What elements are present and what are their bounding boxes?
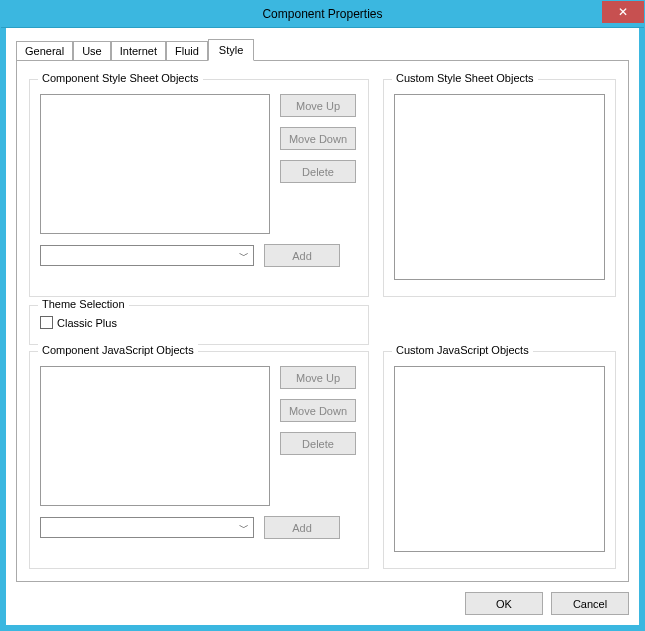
close-icon: ✕	[618, 5, 628, 19]
dialog-window: Component Properties ✕ General Use Inter…	[0, 0, 645, 631]
group-label: Component Style Sheet Objects	[38, 72, 203, 84]
chevron-down-icon: ﹀	[239, 521, 251, 535]
tab-general[interactable]: General	[16, 41, 73, 60]
tabstrip: General Use Internet Fluid Style	[16, 38, 629, 60]
tab-label: Use	[82, 45, 102, 57]
dialog-footer: OK Cancel	[16, 582, 629, 615]
tab-body-style: Component Style Sheet Objects Move Up Mo…	[16, 60, 629, 582]
component-js-listbox[interactable]	[40, 366, 270, 506]
row-style-objects: Component Style Sheet Objects Move Up Mo…	[29, 73, 616, 297]
button-label: Cancel	[573, 598, 607, 610]
content-area: General Use Internet Fluid Style Compone…	[1, 28, 644, 630]
button-label: Delete	[302, 438, 334, 450]
group-label: Theme Selection	[38, 298, 129, 310]
checkbox-label: Classic Plus	[57, 317, 117, 329]
move-down-button[interactable]: Move Down	[280, 127, 356, 150]
ok-button[interactable]: OK	[465, 592, 543, 615]
group-label: Custom JavaScript Objects	[392, 344, 533, 356]
custom-js-listbox[interactable]	[394, 366, 605, 552]
tab-style[interactable]: Style	[208, 39, 254, 61]
tab-label: Fluid	[175, 45, 199, 57]
move-up-button[interactable]: Move Up	[280, 94, 356, 117]
button-label: Move Up	[296, 100, 340, 112]
move-up-button[interactable]: Move Up	[280, 366, 356, 389]
tab-label: Internet	[120, 45, 157, 57]
tab-label: Style	[219, 44, 243, 56]
tab-fluid[interactable]: Fluid	[166, 41, 208, 60]
button-label: Move Down	[289, 133, 347, 145]
component-js-combo[interactable]: ﹀	[40, 517, 254, 538]
close-button[interactable]: ✕	[602, 1, 644, 23]
custom-style-listbox[interactable]	[394, 94, 605, 280]
cancel-button[interactable]: Cancel	[551, 592, 629, 615]
group-theme-selection: Theme Selection Classic Plus	[29, 305, 369, 345]
window-title: Component Properties	[262, 7, 382, 21]
classic-plus-row: Classic Plus	[40, 316, 358, 329]
delete-button[interactable]: Delete	[280, 432, 356, 455]
button-label: Move Up	[296, 372, 340, 384]
add-button[interactable]: Add	[264, 244, 340, 267]
tab-internet[interactable]: Internet	[111, 41, 166, 60]
classic-plus-checkbox[interactable]	[40, 316, 53, 329]
chevron-down-icon: ﹀	[239, 249, 251, 263]
add-button[interactable]: Add	[264, 516, 340, 539]
button-label: Move Down	[289, 405, 347, 417]
component-style-combo[interactable]: ﹀	[40, 245, 254, 266]
delete-button[interactable]: Delete	[280, 160, 356, 183]
group-component-js: Component JavaScript Objects Move Up Mov…	[29, 351, 369, 569]
move-down-button[interactable]: Move Down	[280, 399, 356, 422]
group-label: Custom Style Sheet Objects	[392, 72, 538, 84]
button-label: OK	[496, 598, 512, 610]
component-style-listbox[interactable]	[40, 94, 270, 234]
button-label: Add	[292, 522, 312, 534]
tab-label: General	[25, 45, 64, 57]
titlebar: Component Properties ✕	[1, 1, 644, 28]
group-component-style: Component Style Sheet Objects Move Up Mo…	[29, 79, 369, 297]
button-label: Add	[292, 250, 312, 262]
tab-use[interactable]: Use	[73, 41, 111, 60]
group-label: Component JavaScript Objects	[38, 344, 198, 356]
group-custom-style: Custom Style Sheet Objects	[383, 79, 616, 297]
group-custom-js: Custom JavaScript Objects	[383, 351, 616, 569]
button-label: Delete	[302, 166, 334, 178]
row-js-objects: Component JavaScript Objects Move Up Mov…	[29, 345, 616, 569]
